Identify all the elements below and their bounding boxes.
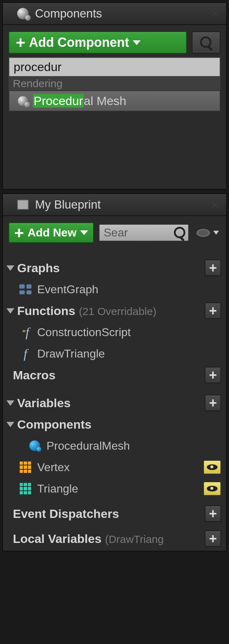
- chevron-down-icon: [213, 231, 219, 235]
- section-annotation: (21 Overridable): [79, 305, 156, 318]
- item-label: Vertex: [37, 461, 203, 474]
- blueprint-search-field[interactable]: [99, 224, 189, 241]
- expand-icon: [6, 422, 14, 427]
- expand-icon: [6, 265, 14, 271]
- function-icon: f: [19, 347, 32, 360]
- variable-item-vertex[interactable]: Vertex: [3, 456, 226, 478]
- function-item-constructionscript[interactable]: f ConstructionScript: [3, 321, 226, 343]
- section-components-sub[interactable]: Components: [3, 414, 226, 435]
- section-macros[interactable]: Macros +: [3, 364, 226, 386]
- section-functions[interactable]: Functions (21 Overridable) +: [3, 300, 226, 321]
- chevron-down-icon: [133, 40, 141, 45]
- section-label: Event Dispatchers: [13, 507, 205, 521]
- search-icon: [174, 227, 184, 239]
- item-label: ProceduralMesh: [47, 439, 221, 453]
- add-function-button[interactable]: +: [205, 303, 221, 319]
- section-label: Components: [17, 418, 221, 431]
- function-item-drawtriangle[interactable]: f DrawTriangle: [3, 343, 226, 364]
- blueprint-toolbar: + Add New: [3, 216, 226, 246]
- item-label: ConstructionScript: [37, 326, 221, 339]
- dropdown-category-label: Rendering: [9, 77, 220, 90]
- component-icon: [28, 439, 42, 453]
- section-label: Functions (21 Overridable): [17, 304, 205, 318]
- item-label: EventGraph: [37, 283, 221, 296]
- section-variables[interactable]: Variables +: [3, 392, 226, 414]
- section-annotation: (DrawTriang: [105, 533, 164, 545]
- blueprint-tab[interactable]: My Blueprint ×: [3, 194, 226, 216]
- section-label: Variables: [17, 396, 205, 410]
- eye-icon: [207, 486, 218, 491]
- section-label: Macros: [13, 368, 205, 382]
- close-icon[interactable]: ×: [211, 6, 219, 22]
- section-event-dispatchers[interactable]: Event Dispatchers +: [3, 503, 226, 524]
- add-new-button[interactable]: + Add New: [9, 223, 94, 243]
- add-new-label: Add New: [28, 226, 77, 239]
- add-variable-button[interactable]: +: [205, 395, 221, 411]
- close-icon[interactable]: ×: [211, 197, 219, 213]
- dropdown-item-label: Procedural Mesh: [33, 94, 126, 108]
- add-component-button[interactable]: + Add Component: [9, 31, 187, 54]
- search-icon: [200, 36, 212, 49]
- add-local-var-button[interactable]: +: [205, 530, 221, 547]
- blueprint-search-input[interactable]: [104, 226, 171, 239]
- components-search-button[interactable]: [192, 31, 220, 54]
- section-graphs[interactable]: Graphs +: [3, 257, 226, 279]
- blueprint-tree: Graphs + EventGraph Functions (21 Overri…: [3, 256, 226, 551]
- item-label: Triangle: [37, 482, 203, 495]
- section-label: Local Variables (DrawTriang: [13, 532, 205, 546]
- visibility-toggle[interactable]: [203, 481, 221, 496]
- array-icon: [19, 460, 32, 474]
- visibility-toggle[interactable]: [203, 460, 221, 474]
- expand-icon: [6, 308, 14, 314]
- my-blueprint-panel: My Blueprint × + Add New Graphs + EventG…: [2, 193, 227, 551]
- function-icon: f: [19, 325, 32, 339]
- add-component-dropdown: Rendering Procedural Mesh: [9, 57, 220, 111]
- graph-icon: [19, 283, 32, 296]
- blueprint-tab-label: My Blueprint: [35, 198, 211, 211]
- blueprint-tab-icon: [16, 198, 30, 212]
- graph-item-eventgraph[interactable]: EventGraph: [3, 279, 226, 300]
- expand-icon: [6, 400, 14, 406]
- components-tab[interactable]: Components ×: [3, 3, 226, 25]
- item-label: DrawTriangle: [37, 347, 221, 360]
- section-label: Graphs: [17, 261, 205, 275]
- component-search-input[interactable]: [9, 57, 220, 77]
- section-local-variables[interactable]: Local Variables (DrawTriang +: [3, 528, 226, 549]
- mesh-icon: [18, 96, 28, 106]
- add-dispatcher-button[interactable]: +: [205, 505, 221, 522]
- add-graph-button[interactable]: +: [205, 260, 221, 276]
- add-component-label: Add Component: [29, 35, 129, 50]
- chevron-down-icon: [80, 230, 88, 235]
- eye-icon: [207, 464, 218, 470]
- component-item-proceduralmesh[interactable]: ProceduralMesh: [3, 435, 226, 456]
- dropdown-item-procedural-mesh[interactable]: Procedural Mesh: [9, 90, 220, 111]
- variable-item-triangle[interactable]: Triangle: [3, 478, 226, 499]
- add-macro-button[interactable]: +: [205, 367, 221, 383]
- components-tab-label: Components: [35, 7, 211, 20]
- components-tab-icon: [16, 6, 30, 21]
- components-panel: Components × + Add Component Rendering P…: [2, 2, 227, 190]
- array-icon: [19, 482, 32, 495]
- components-toolbar: + Add Component: [3, 25, 226, 57]
- visibility-options-button[interactable]: [194, 226, 220, 239]
- eye-icon: [195, 228, 211, 238]
